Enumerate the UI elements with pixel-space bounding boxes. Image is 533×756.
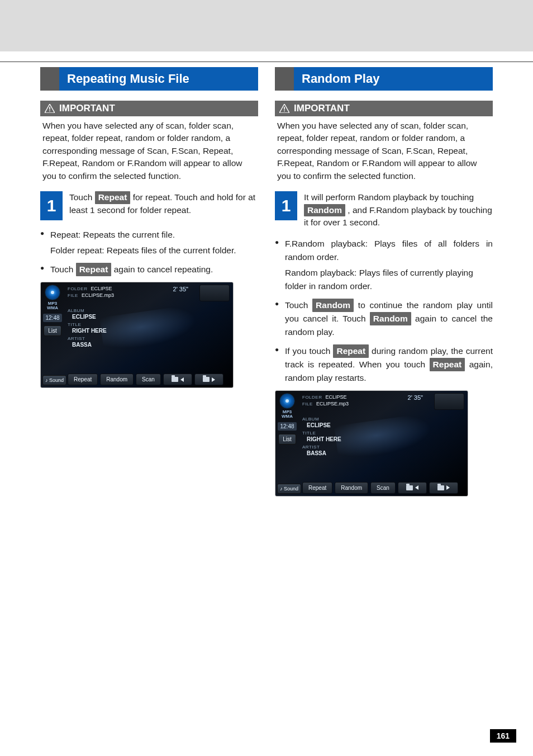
header-divider: [0, 62, 533, 62]
bullet-random-desc: Random playback: Plays files of currentl…: [275, 266, 493, 293]
file-label: FILE: [302, 401, 313, 407]
disc-icon: [45, 285, 60, 300]
random-chip: Random: [312, 299, 354, 312]
important-heading: IMPORTANT: [40, 101, 258, 116]
album-label: ALBUM: [302, 417, 341, 422]
bullet-cancel-repeat: Touch Repeat again to cancel repeating.: [40, 263, 258, 276]
svg-rect-2: [284, 107, 285, 110]
section-heading-random: Random Play: [275, 67, 493, 91]
album-label: ALBUM: [68, 308, 107, 313]
folder-icon: [406, 485, 413, 490]
title-value: RIGHT HERE: [307, 436, 341, 442]
page-number: 161: [490, 729, 516, 743]
artist-label: ARTIST: [68, 336, 107, 341]
section-heading-repeat: Repeating Music File: [40, 67, 258, 91]
triangle-right-icon: [212, 377, 215, 382]
svg-rect-1: [49, 110, 50, 111]
repeat-button[interactable]: Repeat: [302, 482, 332, 494]
important-box-right: IMPORTANT When you have selected any of …: [275, 101, 493, 183]
folder-value: ECLIPSE: [325, 394, 346, 400]
album-value: ECLIPSE: [307, 422, 341, 428]
list-button[interactable]: List: [278, 434, 296, 445]
right-column: Random Play IMPORTANT When you have sele…: [275, 67, 493, 497]
important-label: IMPORTANT: [294, 103, 350, 114]
bullet-repeat-during-random: If you touch Repeat during random play, …: [275, 344, 493, 385]
folder-prev-button[interactable]: [398, 482, 427, 494]
random-chip: Random: [304, 204, 345, 216]
player-screenshot-left: MP3WMA 12:48 List ♪ Sound FOLDERECLIPSE …: [40, 282, 234, 388]
sound-button[interactable]: ♪ Sound: [277, 484, 301, 494]
player-bottom-bar: Repeat Random Scan: [68, 374, 230, 385]
important-box-left: IMPORTANT When you have selected any of …: [40, 101, 258, 183]
folder-icon: [172, 377, 178, 382]
title-label: TITLE: [302, 431, 341, 436]
player-bottom-bar: Repeat Random Scan: [302, 482, 464, 494]
important-body-text: When you have selected any of scan, fold…: [275, 116, 493, 183]
folder-next-button[interactable]: [429, 482, 458, 494]
artist-label: ARTIST: [302, 445, 341, 450]
text-span: Touch: [50, 264, 76, 274]
warning-icon: [45, 104, 55, 113]
repeat-button[interactable]: Repeat: [68, 374, 98, 385]
format-label: MP3WMA: [282, 410, 293, 419]
bullet-folder-repeat-desc: Folder repeat: Repeats files of the curr…: [40, 244, 258, 257]
player-left-bar: MP3WMA 12:48 List: [41, 282, 64, 388]
title-label: TITLE: [68, 322, 107, 327]
folder-value: ECLIPSE: [91, 286, 112, 291]
warning-icon: [279, 104, 289, 113]
folder-prev-button[interactable]: [163, 374, 192, 385]
repeat-chip: Repeat: [76, 263, 112, 276]
header-gray-band: [0, 0, 533, 51]
file-value: ECLIPSE.mp3: [82, 292, 114, 298]
text-span: again to cancel repeating.: [111, 264, 213, 274]
duration-readout: 2' 35": [173, 286, 188, 292]
important-label: IMPORTANT: [59, 103, 115, 114]
clock-readout[interactable]: 12:48: [278, 422, 296, 431]
title-value: RIGHT HERE: [72, 328, 107, 334]
step-text: It will perform Random playback by touch…: [304, 191, 493, 229]
random-button[interactable]: Random: [100, 374, 134, 385]
folder-label: FOLDER: [68, 286, 87, 291]
step-text-pre: Touch: [69, 192, 95, 202]
triangle-left-icon: [415, 485, 418, 490]
scan-button[interactable]: Scan: [370, 482, 396, 494]
decorative-flare: [99, 299, 234, 368]
important-heading: IMPORTANT: [275, 101, 493, 116]
repeat-chip: Repeat: [95, 191, 131, 204]
player-left-bar: MP3WMA 12:48 List: [275, 391, 299, 496]
decorative-flare: [334, 408, 468, 476]
step-1-right: 1 It will perform Random playback by tou…: [275, 191, 493, 229]
file-value: ECLIPSE.mp3: [316, 401, 349, 407]
bullet-frandom-desc: F.Random playback: Plays files of all fo…: [275, 237, 493, 264]
folder-next-button[interactable]: [194, 374, 223, 385]
format-label: MP3WMA: [47, 301, 58, 310]
blank-button[interactable]: [199, 285, 230, 301]
left-column: Repeating Music File IMPORTANT When you …: [40, 67, 258, 497]
list-button[interactable]: List: [44, 325, 61, 336]
blank-button[interactable]: [434, 393, 464, 410]
random-chip: Random: [370, 312, 411, 325]
triangle-right-icon: [446, 485, 450, 490]
player-meta: ALBUM ECLIPSE TITLE RIGHT HERE ARTIST BA…: [302, 417, 341, 459]
player-meta: ALBUM ECLIPSE TITLE RIGHT HERE ARTIST BA…: [68, 308, 107, 350]
folder-label: FOLDER: [302, 395, 322, 400]
sound-button[interactable]: ♪ Sound: [42, 375, 66, 385]
text-span: Touch: [285, 300, 312, 310]
clock-readout[interactable]: 12:48: [43, 314, 61, 322]
text-span: If you touch: [285, 346, 333, 356]
svg-rect-0: [49, 107, 50, 110]
random-button[interactable]: Random: [335, 482, 368, 494]
repeat-chip: Repeat: [430, 358, 465, 371]
step-number: 1: [275, 191, 297, 220]
file-label: FILE: [68, 293, 78, 298]
step-number: 1: [40, 191, 63, 220]
step-text-pre: It will perform Random playback by touch…: [304, 192, 474, 202]
step-text: Touch Repeat for repeat. Touch and hold …: [69, 191, 258, 220]
duration-readout: 2' 35": [408, 394, 423, 401]
player-screenshot-right: MP3WMA 12:48 List ♪ Sound FOLDERECLIPSE …: [275, 390, 468, 497]
scan-button[interactable]: Scan: [136, 374, 161, 385]
folder-icon: [203, 377, 210, 382]
album-value: ECLIPSE: [72, 314, 107, 320]
artist-value: BASSA: [307, 450, 341, 456]
disc-icon: [279, 393, 295, 409]
